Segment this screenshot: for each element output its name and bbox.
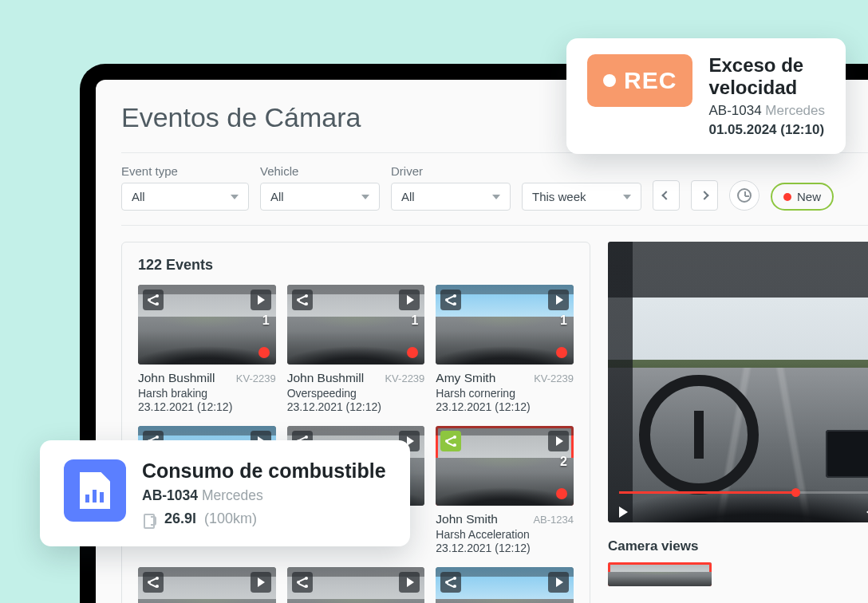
- next-button[interactable]: [691, 180, 718, 211]
- steering-wheel: [639, 375, 759, 495]
- play-button[interactable]: [548, 572, 569, 593]
- alert-title: Exceso de velocidad: [708, 54, 825, 98]
- event-thumbnail[interactable]: [138, 567, 276, 603]
- driver-name: John Bushmill: [138, 371, 215, 385]
- fuel-vehicle: AB-1034 Mercedes: [142, 487, 386, 504]
- event-card[interactable]: 1John BushmillKV-2239Harsh braking23.12.…: [138, 285, 276, 413]
- event-card[interactable]: [287, 567, 425, 603]
- play-icon: [407, 577, 414, 587]
- clip-count: 2: [560, 455, 567, 469]
- event-thumbnail[interactable]: [287, 567, 425, 603]
- camera-views-label: Camera views: [608, 538, 868, 554]
- event-type-label: Overspeeding: [287, 387, 425, 400]
- fuel-title: Consumo de combustible: [142, 459, 386, 483]
- event-datetime: 23.12.2021 (12:12): [138, 400, 276, 413]
- video-player[interactable]: [608, 242, 868, 522]
- new-events-pill[interactable]: New: [771, 183, 834, 211]
- play-button[interactable]: [251, 572, 271, 593]
- filter-label: Driver: [391, 164, 511, 178]
- play-button[interactable]: [399, 290, 420, 310]
- event-datetime: 23.12.2021 (12:12): [436, 400, 574, 413]
- alert-info: Exceso de velocidad AB-1034 Mercedes 01.…: [708, 54, 825, 138]
- chevron-down-icon: [623, 195, 631, 199]
- event-datetime: 23.12.2021 (12:12): [436, 542, 574, 554]
- event-type-label: Harsh braking: [138, 387, 276, 400]
- event-card[interactable]: 1Amy SmithKV-2239Harsh cornering23.12.20…: [436, 285, 574, 413]
- share-button[interactable]: [440, 572, 461, 593]
- event-thumbnail[interactable]: 1: [138, 285, 276, 365]
- vehicle-tag: KV-2239: [236, 372, 276, 384]
- play-button[interactable]: [251, 290, 271, 310]
- share-button[interactable]: [143, 572, 164, 593]
- filter-range: This week: [522, 183, 641, 211]
- fuel-distance: (100km): [204, 510, 257, 527]
- driver-name: John Smith: [436, 512, 498, 526]
- event-thumbnail[interactable]: 1: [287, 285, 425, 365]
- select-value: All: [132, 190, 145, 203]
- share-icon: [445, 436, 456, 447]
- prev-button[interactable]: [653, 180, 680, 211]
- recording-indicator-icon: [556, 347, 567, 358]
- rec-badge: REC: [587, 54, 692, 107]
- share-button[interactable]: [292, 290, 313, 310]
- history-button[interactable]: [729, 180, 760, 211]
- alert-vehicle: AB-1034 Mercedes: [708, 103, 825, 119]
- share-button[interactable]: [440, 290, 461, 310]
- clock-icon: [737, 188, 752, 203]
- select-value: All: [270, 190, 284, 203]
- driver-name: Amy Smith: [436, 371, 495, 385]
- play-icon: [258, 577, 265, 587]
- play-button[interactable]: [399, 572, 420, 593]
- filter-label: Vehicle: [260, 164, 380, 178]
- filter-vehicle: Vehicle All: [260, 164, 380, 211]
- event-thumbnail[interactable]: 2: [436, 426, 574, 506]
- event-card[interactable]: [138, 567, 276, 603]
- event-card[interactable]: [436, 567, 574, 603]
- camera-tile[interactable]: [608, 562, 712, 586]
- date-range-select[interactable]: This week: [522, 183, 641, 211]
- progress-bar[interactable]: [619, 491, 868, 494]
- dash-panel: [826, 430, 868, 478]
- chevron-down-icon: [492, 195, 500, 199]
- vehicle-tag: AB-1234: [533, 514, 574, 526]
- filters-bar: Event type All Vehicle All Driver All: [121, 152, 868, 226]
- event-thumbnail[interactable]: 1: [436, 285, 574, 365]
- alert-datetime: 01.05.2024 (12:10): [708, 122, 825, 138]
- play-icon: [556, 577, 563, 587]
- event-type-label: Harsh cornering: [436, 387, 574, 400]
- event-datetime: 23.12.2021 (12:12): [287, 400, 425, 413]
- fuel-pump-icon: [142, 511, 156, 527]
- vehicle-select[interactable]: All: [260, 183, 380, 211]
- share-button[interactable]: [143, 290, 164, 310]
- filter-label: Event type: [121, 164, 249, 178]
- fuel-stat: 26.9l (100km): [142, 510, 386, 527]
- select-value: All: [401, 190, 415, 203]
- event-thumbnail[interactable]: [436, 567, 574, 603]
- share-button[interactable]: [440, 431, 461, 451]
- play-button[interactable]: [548, 290, 569, 310]
- play-icon: [258, 295, 265, 305]
- event-meta: Amy SmithKV-2239Harsh cornering23.12.202…: [436, 365, 574, 413]
- driver-name: John Bushmill: [287, 371, 365, 385]
- play-icon: [556, 436, 563, 446]
- vehicle-tag: KV-2239: [385, 372, 424, 384]
- event-card[interactable]: 2John SmithAB-1234Harsh Acceleration23.1…: [436, 426, 574, 554]
- select-value: This week: [532, 190, 586, 203]
- cab-overlay: [608, 242, 868, 522]
- event-type-label: Harsh Acceleration: [436, 528, 574, 541]
- share-icon: [297, 577, 308, 588]
- event-card[interactable]: 1John BushmillKV-2239Overspeeding23.12.2…: [287, 285, 425, 413]
- record-dot-icon: [783, 193, 791, 201]
- share-icon: [297, 294, 308, 305]
- play-button[interactable]: [548, 431, 569, 451]
- camera-strip: [608, 562, 868, 586]
- event-meta: John BushmillKV-2239Overspeeding23.12.20…: [287, 365, 425, 413]
- driver-select[interactable]: All: [391, 183, 511, 211]
- play-icon[interactable]: [619, 506, 628, 518]
- event-type-select[interactable]: All: [121, 183, 249, 211]
- event-meta: John SmithAB-1234Harsh Acceleration23.12…: [436, 506, 574, 554]
- clip-count: 1: [411, 313, 418, 328]
- fuel-amount: 26.9l: [164, 510, 196, 527]
- filter-event-type: Event type All: [121, 164, 249, 211]
- share-button[interactable]: [292, 572, 313, 593]
